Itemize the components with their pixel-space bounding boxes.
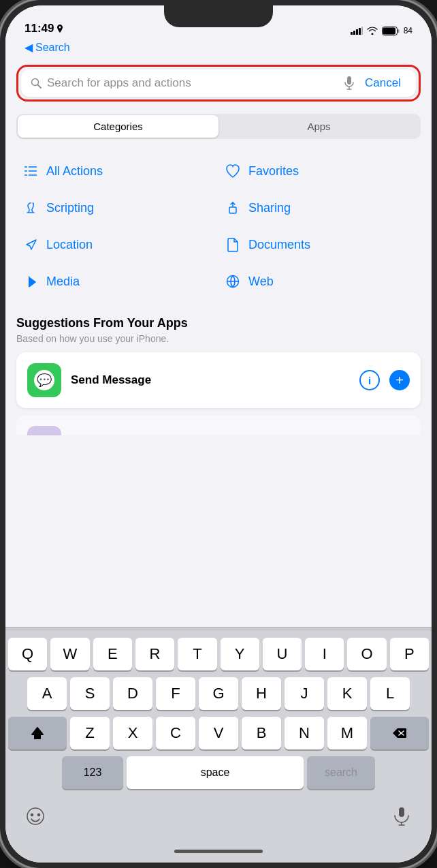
suggestion-card-send-message[interactable]: 💬 Send Message i +: [16, 352, 421, 408]
partial-suggestion-card: [16, 415, 421, 435]
suggestion-info-button[interactable]: i: [359, 370, 380, 390]
home-bar: [174, 850, 263, 853]
category-media[interactable]: Media: [16, 263, 218, 300]
web-icon: [224, 273, 242, 290]
segment-categories[interactable]: Categories: [18, 115, 218, 138]
key-t[interactable]: T: [178, 638, 216, 670]
key-f[interactable]: F: [156, 677, 195, 710]
documents-label: Documents: [248, 238, 310, 252]
key-h[interactable]: H: [242, 677, 281, 710]
key-v[interactable]: V: [199, 717, 238, 749]
segment-control: Categories Apps: [16, 114, 421, 139]
key-row-2: A S D F G H J K L: [8, 677, 429, 710]
key-u[interactable]: U: [263, 638, 302, 670]
key-p[interactable]: P: [390, 638, 429, 670]
sharing-label: Sharing: [248, 201, 291, 215]
location-label: Location: [46, 238, 93, 252]
svg-marker-22: [32, 728, 43, 739]
key-numbers[interactable]: 123: [62, 756, 123, 789]
key-j[interactable]: J: [285, 677, 324, 710]
category-sharing[interactable]: Sharing: [218, 189, 421, 226]
key-search[interactable]: search: [307, 756, 375, 789]
suggestions-subtitle: Based on how you use your iPhone.: [16, 333, 421, 344]
category-web[interactable]: Web: [218, 263, 421, 300]
search-bar[interactable]: Search for apps and actions Cancel: [21, 69, 416, 97]
battery-level: 84: [404, 26, 412, 35]
category-all-actions[interactable]: All Actions: [16, 153, 218, 189]
key-n[interactable]: N: [285, 717, 324, 749]
svg-rect-6: [383, 27, 395, 34]
segment-apps[interactable]: Apps: [218, 115, 419, 138]
suggestions-title: Suggestions From Your Apps: [16, 316, 421, 330]
svg-rect-10: [347, 76, 351, 84]
emoji-button[interactable]: [19, 800, 52, 833]
favorites-label: Favorites: [248, 164, 299, 179]
key-b[interactable]: B: [242, 717, 281, 749]
key-q[interactable]: Q: [8, 638, 47, 670]
key-r[interactable]: R: [135, 638, 174, 670]
key-c[interactable]: C: [156, 717, 195, 749]
search-icon: [31, 78, 42, 89]
key-w[interactable]: W: [50, 638, 89, 670]
svg-rect-28: [399, 807, 404, 817]
svg-point-26: [31, 814, 33, 816]
key-row-1: Q W E R T Y U I O P: [8, 638, 429, 670]
key-e[interactable]: E: [93, 638, 132, 670]
key-a[interactable]: A: [27, 677, 67, 710]
search-bar-container: Search for apps and actions Cancel: [5, 58, 432, 108]
cancel-button[interactable]: Cancel: [359, 76, 406, 90]
category-favorites[interactable]: Favorites: [218, 153, 421, 189]
location-icon: [56, 25, 63, 33]
media-label: Media: [46, 275, 80, 289]
key-s[interactable]: S: [70, 677, 110, 710]
status-icons: 84: [351, 26, 412, 35]
key-delete[interactable]: [370, 717, 429, 749]
all-actions-icon: [22, 162, 39, 180]
category-scripting[interactable]: Scripting: [16, 189, 218, 226]
search-highlight-ring: Search for apps and actions Cancel: [16, 65, 421, 102]
svg-rect-3: [359, 28, 361, 35]
key-k[interactable]: K: [327, 677, 367, 710]
time-display: 11:49: [25, 22, 54, 35]
back-nav[interactable]: ◀ Search: [5, 40, 432, 58]
signal-icon: [351, 27, 363, 35]
key-d[interactable]: D: [113, 677, 152, 710]
messages-app-icon: 💬: [27, 363, 61, 397]
key-space[interactable]: space: [127, 756, 304, 789]
dictation-button[interactable]: [385, 800, 418, 833]
mic-icon[interactable]: [344, 76, 354, 90]
key-g[interactable]: G: [199, 677, 238, 710]
web-label: Web: [248, 275, 274, 289]
category-location[interactable]: Location: [16, 226, 218, 263]
key-x[interactable]: X: [113, 717, 152, 749]
category-documents[interactable]: Documents: [218, 226, 421, 263]
svg-rect-4: [361, 27, 363, 35]
message-bubble-icon: 💬: [34, 370, 54, 390]
scripting-icon: [22, 199, 39, 217]
svg-rect-7: [398, 29, 400, 33]
svg-rect-0: [351, 32, 353, 35]
key-i[interactable]: I: [305, 638, 344, 670]
key-z[interactable]: Z: [70, 717, 110, 749]
keyboard-rows: Q W E R T Y U I O P A S D F G: [5, 631, 432, 789]
notch: [164, 5, 273, 27]
categories-grid: All Actions Favorites S: [5, 144, 432, 308]
key-shift[interactable]: [8, 717, 67, 749]
svg-point-25: [27, 808, 44, 824]
key-o[interactable]: O: [347, 638, 386, 670]
svg-rect-2: [356, 29, 358, 35]
svg-point-27: [38, 814, 40, 816]
keyboard: Q W E R T Y U I O P A S D F G: [5, 627, 432, 863]
key-row-4: 123 space search: [8, 756, 429, 789]
search-placeholder: Search for apps and actions: [47, 76, 339, 90]
scripting-label: Scripting: [46, 201, 94, 215]
favorites-icon: [224, 162, 242, 180]
suggestion-add-button[interactable]: +: [389, 370, 410, 390]
phone-screen: 11:49: [5, 5, 432, 863]
key-y[interactable]: Y: [221, 638, 259, 670]
key-m[interactable]: M: [327, 717, 367, 749]
status-time: 11:49: [25, 22, 63, 35]
media-icon: [22, 273, 39, 290]
key-l[interactable]: L: [370, 677, 410, 710]
suggestions-section: Suggestions From Your Apps Based on how …: [5, 308, 432, 441]
